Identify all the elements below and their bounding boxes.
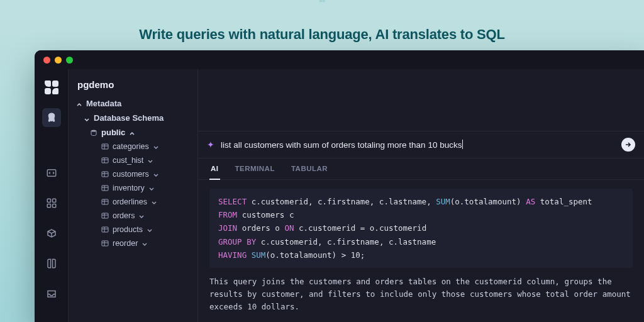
table-icon	[101, 240, 109, 247]
chevron-down-icon	[153, 143, 159, 150]
database-icon	[90, 129, 97, 136]
tree-label: cust_hist	[113, 156, 143, 165]
chevron-down-icon	[147, 157, 153, 164]
explanation-text: This query joins the customers and order…	[209, 275, 633, 313]
tree-table-products[interactable]: products	[74, 223, 192, 236]
chevron-down-icon	[147, 226, 153, 233]
svg-rect-12	[102, 172, 108, 177]
table-icon	[101, 170, 109, 178]
chevron-down-icon	[151, 199, 157, 205]
database-title: pgdemo	[69, 69, 197, 96]
chevron-up-icon	[76, 101, 82, 107]
tree-metadata[interactable]: Metadata	[74, 96, 192, 111]
prompt-text-content: list all customers with sum of orders to…	[221, 140, 462, 150]
tree-label: inventory	[113, 184, 145, 192]
svg-rect-1	[47, 199, 50, 202]
table-icon	[101, 184, 109, 192]
tree-table-categories[interactable]: categories	[74, 140, 192, 153]
tree-label: Metadata	[86, 99, 121, 108]
chevron-down-icon	[84, 115, 90, 121]
tree-table-reorder[interactable]: reorder	[74, 236, 192, 250]
svg-rect-18	[102, 199, 108, 204]
svg-rect-27	[102, 241, 108, 246]
table-icon	[101, 198, 109, 206]
table-icon	[101, 212, 109, 219]
tab-tabular[interactable]: TABULAR	[290, 158, 329, 179]
svg-point-5	[91, 130, 96, 131]
svg-rect-3	[47, 204, 50, 208]
arrow-right-icon	[625, 141, 632, 148]
tree-label: products	[113, 225, 143, 234]
main-panel: ✦ list all customers with sum of orders …	[198, 69, 644, 322]
minimize-button[interactable]	[55, 57, 62, 64]
package-icon[interactable]	[42, 224, 61, 243]
output-tabs: AI TERMINAL TABULAR	[198, 158, 644, 180]
nl-prompt-input[interactable]: list all customers with sum of orders to…	[221, 140, 615, 150]
submit-button[interactable]	[621, 138, 635, 152]
text-cursor	[462, 140, 463, 149]
app-window: pgdemo Metadata Database Schema public c…	[35, 50, 644, 322]
schema-sidebar: pgdemo Metadata Database Schema public c…	[69, 69, 198, 322]
close-button[interactable]	[43, 57, 50, 64]
sql-code-block[interactable]: SELECT c.customerid, c.firstname, c.last…	[209, 189, 633, 268]
table-icon	[101, 143, 109, 150]
book-icon[interactable]	[42, 254, 61, 273]
tree-label: orders	[113, 211, 135, 220]
tree-table-orders[interactable]: orders	[74, 209, 192, 223]
tab-ai[interactable]: AI	[209, 158, 220, 180]
svg-rect-9	[102, 158, 108, 163]
schema-tree: Metadata Database Schema public categori…	[69, 96, 197, 250]
table-icon	[101, 226, 109, 233]
chevron-down-icon	[138, 213, 145, 219]
inbox-icon[interactable]	[42, 284, 61, 303]
tree-table-inventory[interactable]: inventory	[74, 181, 192, 195]
sparkle-icon: ✦	[207, 140, 214, 150]
svg-rect-4	[52, 204, 55, 208]
chevron-down-icon	[153, 171, 159, 177]
nl-prompt-row: ✦ list all customers with sum of orders …	[198, 131, 644, 158]
tree-table-customers[interactable]: customers	[74, 167, 192, 181]
chevron-up-icon	[129, 130, 135, 136]
tree-table-orderlines[interactable]: orderlines	[74, 195, 192, 209]
tree-schema[interactable]: Database Schema	[74, 111, 192, 125]
table-icon	[101, 157, 109, 164]
output-panel: SELECT c.customerid, c.firstname, c.last…	[198, 180, 644, 322]
tree-label: orderlines	[113, 197, 147, 206]
titlebar	[35, 50, 644, 69]
maximize-button[interactable]	[66, 57, 73, 64]
tree-label: public	[101, 128, 125, 137]
tab-terminal[interactable]: TERMINAL	[234, 158, 276, 179]
svg-rect-21	[102, 213, 108, 218]
chevron-down-icon	[142, 240, 148, 247]
tree-label: customers	[113, 170, 149, 179]
tree-label: Database Schema	[94, 113, 164, 123]
code-icon[interactable]	[42, 164, 61, 182]
page-headline: Write queries with natural language, AI …	[0, 13, 644, 43]
app-logo-icon[interactable]	[42, 78, 61, 97]
tree-table-cust_hist[interactable]: cust_hist	[74, 153, 192, 167]
tree-label: categories	[113, 142, 149, 151]
svg-rect-24	[102, 227, 108, 232]
tree-label: reorder	[113, 239, 138, 248]
dashboard-icon[interactable]	[42, 194, 61, 213]
svg-rect-6	[102, 144, 108, 149]
quote-icon: ❝	[316, 0, 328, 9]
icon-rail	[35, 69, 69, 322]
svg-rect-15	[102, 186, 108, 191]
query-canvas	[198, 69, 644, 131]
svg-rect-2	[52, 199, 55, 202]
chevron-down-icon	[148, 185, 155, 191]
tree-schema-public[interactable]: public	[74, 125, 192, 140]
elephant-postgres-icon[interactable]	[42, 108, 61, 127]
